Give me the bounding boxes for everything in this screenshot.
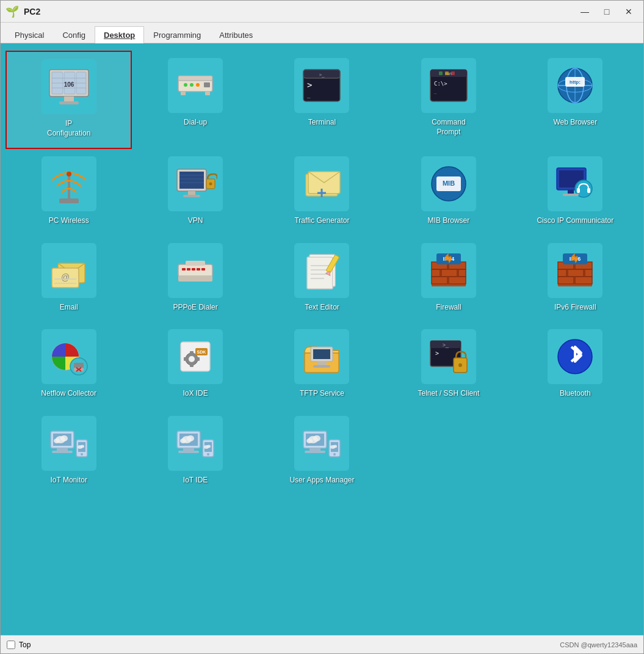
close-button[interactable]: ✕ (619, 4, 639, 19)
app-netflow[interactable]: Netflow Collector (5, 322, 132, 409)
tab-attributes[interactable]: Attributes (210, 26, 262, 43)
ip-config-label: IPConfiguration (47, 119, 90, 138)
svg-rect-43 (179, 172, 204, 189)
ssh-label: Telnet / SSH Client (418, 389, 480, 399)
user-apps-label: User Apps Manager (289, 476, 354, 485)
top-checkbox[interactable] (7, 641, 15, 649)
svg-rect-139 (52, 451, 73, 453)
iox-label: IoX IDE (183, 389, 208, 399)
app-firewall[interactable]: IPv4 Firewall (385, 236, 512, 322)
svg-point-160 (313, 435, 320, 441)
main-window: 🌱 PC2 — □ ✕ Physical Config Desktop Prog… (0, 0, 644, 654)
svg-point-155 (207, 445, 211, 448)
maximize-button[interactable]: □ (597, 4, 617, 19)
app-iox[interactable]: SDK IoX IDE (132, 322, 258, 409)
svg-point-168 (333, 453, 336, 456)
cmd-icon-box: run C:\> _ (421, 58, 476, 113)
netflow-icon (47, 335, 91, 379)
ip-config-icon-box: 106 (42, 59, 96, 114)
iox-icon-box: SDK (168, 329, 223, 384)
wireless-icon-box (42, 156, 96, 211)
app-email[interactable]: @ Email (5, 236, 132, 322)
pppoe-label: PPPoE Dialer (173, 303, 217, 313)
svg-point-131 (458, 363, 462, 367)
iot-monitor-icon-box (42, 416, 96, 471)
svg-rect-63 (568, 190, 574, 194)
svg-text:>_: >_ (319, 72, 325, 78)
tab-config[interactable]: Config (53, 26, 95, 43)
text-editor-icon-box (294, 243, 349, 298)
app-web-browser[interactable]: http: Web Browser (512, 51, 639, 149)
app-ipv6-firewall[interactable]: IPv6 IPv6 Firewall (512, 236, 639, 322)
firewall-label: Firewall (436, 303, 461, 313)
bluetooth-icon-box (548, 329, 602, 384)
tab-bar: Physical Config Desktop Programming Attr… (1, 23, 643, 43)
ssh-icon: >_ > (427, 335, 471, 379)
app-iot-monitor[interactable]: IoT Monitor (5, 409, 132, 495)
text-editor-label: Text Editor (305, 303, 339, 313)
svg-point-48 (209, 183, 212, 186)
bluetooth-label: Bluetooth (560, 389, 591, 399)
desktop-grid: 106 IPConfiguration (1, 43, 643, 635)
ipv6-firewall-label: IPv6 Firewall (554, 303, 596, 313)
dialup-icon (173, 64, 217, 107)
netflow-icon-box (42, 329, 96, 384)
svg-text:MIB: MIB (443, 180, 455, 187)
app-iot-ide[interactable]: IoT IDE (132, 409, 258, 495)
svg-rect-162 (309, 448, 320, 451)
app-traffic-gen[interactable]: Traffic Generator (259, 149, 385, 236)
svg-rect-138 (57, 448, 68, 451)
app-terminal[interactable]: >_ > _ Terminal (259, 51, 385, 149)
tab-desktop[interactable]: Desktop (95, 26, 144, 43)
pppoe-icon-box (168, 243, 223, 298)
tab-programming[interactable]: Programming (144, 26, 210, 43)
browser-label: Web Browser (553, 118, 597, 128)
app-pppoe[interactable]: PPPoE Dialer (132, 236, 258, 322)
app-text-editor[interactable]: Text Editor (259, 236, 385, 322)
app-dialup[interactable]: Dial-up (132, 51, 258, 149)
cisco-comm-label: Cisco IP Communicator (537, 216, 613, 226)
terminal-icon: >_ > _ (300, 64, 344, 107)
ssh-icon-box: >_ > (421, 329, 476, 384)
svg-rect-27 (439, 71, 443, 75)
app-ip-config[interactable]: 106 IPConfiguration (5, 51, 132, 149)
app-bluetooth[interactable]: Bluetooth (512, 322, 639, 409)
minimize-button[interactable]: — (575, 4, 595, 19)
svg-rect-123 (313, 349, 330, 359)
svg-text:_: _ (307, 92, 311, 98)
app-pc-wireless[interactable]: PC Wireless (5, 149, 132, 236)
svg-rect-118 (196, 357, 200, 361)
svg-rect-12 (178, 76, 212, 81)
svg-rect-163 (305, 451, 325, 453)
svg-rect-9 (59, 101, 79, 104)
app-cisco-comm[interactable]: Cisco IP Communicator (512, 149, 639, 236)
watermark: CSDN @qwerty12345aaa (560, 641, 637, 649)
cmd-icon: run C:\> _ (427, 64, 471, 107)
app-vpn[interactable]: VPN (132, 149, 258, 236)
svg-rect-73 (192, 268, 195, 271)
svg-rect-50 (183, 195, 200, 197)
app-tftp[interactable]: TFTP Service (259, 322, 385, 409)
email-label: Email (60, 303, 78, 313)
svg-rect-61 (577, 188, 580, 193)
app-mib-browser[interactable]: MIB MIB Browser (385, 149, 512, 236)
app-ssh[interactable]: >_ > Telnet / SSH Client (385, 322, 512, 409)
email-icon-box: @ (42, 243, 96, 298)
svg-rect-117 (184, 357, 187, 361)
iox-icon: SDK (173, 335, 217, 379)
svg-point-13 (184, 83, 187, 87)
svg-rect-124 (317, 362, 327, 365)
browser-icon-box: http: (548, 58, 602, 113)
svg-text:@: @ (61, 272, 70, 282)
tab-physical[interactable]: Physical (5, 26, 53, 43)
app-command-prompt[interactable]: run C:\> _ CommandPrompt (385, 51, 512, 149)
svg-text:>: > (307, 80, 312, 90)
app-user-apps[interactable]: User Apps Manager (259, 409, 385, 495)
svg-point-148 (187, 435, 194, 441)
bluetooth-icon (553, 335, 597, 379)
dialup-icon-box (168, 58, 223, 113)
iot-ide-icon (173, 421, 217, 465)
svg-rect-49 (188, 191, 195, 195)
netflow-label: Netflow Collector (41, 389, 96, 399)
svg-rect-151 (178, 451, 199, 453)
